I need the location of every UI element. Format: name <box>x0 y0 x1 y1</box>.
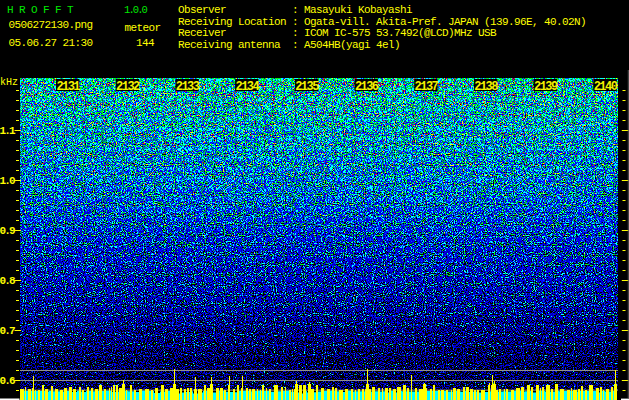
svg-text:0.9: 0.9 <box>0 225 15 237</box>
svg-text:0506272130.png: 0506272130.png <box>9 19 93 31</box>
svg-text:kHz: kHz <box>0 77 18 88</box>
svg-text:1.0.0: 1.0.0 <box>124 4 148 16</box>
svg-text:HROFFT: HROFFT <box>7 4 79 16</box>
svg-text:2140: 2140 <box>594 80 618 94</box>
svg-text:2132: 2132 <box>116 80 140 94</box>
svg-text:2134: 2134 <box>235 80 259 94</box>
svg-text:Receiver : ICOM IC-5: Receiver : ICOM IC-575 53.7492(@LCD)MHz … <box>178 27 497 39</box>
svg-text:2136: 2136 <box>355 80 379 94</box>
svg-text:0.6: 0.6 <box>0 375 15 387</box>
svg-text:2131: 2131 <box>56 80 80 94</box>
svg-text:0.8: 0.8 <box>0 275 16 287</box>
svg-text:144: 144 <box>136 37 155 49</box>
svg-text:2135: 2135 <box>295 80 319 94</box>
svg-text:05.06.27 21:30: 05.06.27 21:30 <box>9 37 93 49</box>
svg-text:2137: 2137 <box>415 80 439 94</box>
svg-text:1.0: 1.0 <box>0 175 15 187</box>
svg-text:2139: 2139 <box>534 80 558 94</box>
svg-text:Observer : Masayuki: Observer : Masayuki Kobayashi <box>178 4 413 16</box>
svg-text:Receiving Location : Ogata-vil: Receiving Location : Ogata-vill. Akita-P… <box>178 16 586 28</box>
svg-text:1.1: 1.1 <box>0 125 16 137</box>
svg-text:0.7: 0.7 <box>0 325 15 337</box>
svg-text:2138: 2138 <box>474 80 498 94</box>
svg-text:meteor: meteor <box>125 22 161 34</box>
svg-text:Receiving antenna : A504HB(ya: Receiving antenna : A504HB(yagi 4el) <box>178 39 400 51</box>
svg-text:2133: 2133 <box>176 80 200 94</box>
